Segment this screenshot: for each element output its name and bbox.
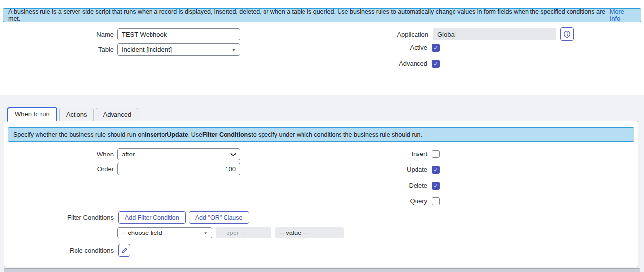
query-checkbox[interactable] [432, 197, 440, 205]
value-field[interactable]: -- value -- [275, 227, 344, 238]
advanced-checkbox[interactable] [432, 60, 440, 68]
delete-label: Delete [316, 182, 427, 190]
name-label: Name [0, 28, 114, 40]
when-select-value: after [122, 151, 135, 158]
active-label: Active [316, 44, 427, 52]
tab-actions[interactable]: Actions [59, 108, 94, 121]
chevron-down-icon [230, 149, 236, 160]
update-checkbox[interactable] [432, 166, 440, 174]
choose-field-select-value: -- choose field -- [122, 229, 168, 236]
tab-bar: When to run Actions Advanced [7, 108, 138, 122]
operator-field: -- oper -- [216, 227, 271, 238]
update-label: Update [316, 166, 427, 174]
info-icon [563, 30, 571, 38]
tab-when-to-run[interactable]: When to run [7, 107, 57, 122]
business-rule-form: A business rule is a server-side script … [0, 0, 644, 272]
when-label: When [0, 148, 114, 160]
dropdown-triangle-icon: ▼ [204, 228, 208, 238]
insert-label: Insert [316, 150, 427, 158]
banner-text: or [161, 131, 167, 138]
active-checkbox[interactable] [432, 44, 440, 52]
banner-bold-update: Update [167, 131, 188, 138]
choose-field-select[interactable]: -- choose field -- ▼ [117, 227, 212, 238]
role-conditions-label: Role conditions [0, 244, 114, 257]
application-info-button[interactable] [560, 27, 574, 41]
banner-text: . Use [188, 131, 202, 138]
banner-bold-insert: Insert [145, 131, 161, 138]
banner-text: to specify under which conditions the bu… [251, 131, 422, 138]
order-label: Order [0, 163, 114, 175]
advanced-label: Advanced [316, 60, 427, 68]
next-section-edge [4, 268, 640, 272]
dropdown-triangle-icon: ▼ [232, 44, 236, 55]
table-select[interactable]: Incident [incident] ▼ [117, 43, 240, 56]
banner-text: Specify whether the business rule should… [13, 131, 145, 138]
when-to-run-info-banner: Specify whether the business rule should… [8, 127, 634, 142]
insert-checkbox[interactable] [432, 150, 440, 158]
query-label: Query [316, 197, 427, 205]
add-or-clause-button[interactable]: Add "OR" Clause [189, 211, 249, 224]
add-filter-condition-button[interactable]: Add Filter Condition [118, 211, 186, 224]
banner-bold-filter-conditions: Filter Conditions [202, 131, 251, 138]
application-label: Application [316, 28, 428, 40]
when-select[interactable]: after [117, 148, 240, 160]
tab-advanced[interactable]: Advanced [96, 108, 138, 121]
pencil-icon [121, 247, 128, 254]
top-info-banner: A business rule is a server-side script … [3, 8, 641, 22]
application-field: Global [433, 28, 556, 40]
order-input[interactable]: 100 [117, 163, 240, 175]
table-label: Table [0, 43, 114, 56]
delete-checkbox[interactable] [432, 182, 440, 190]
filter-conditions-label: Filter Conditions [0, 211, 114, 224]
edit-role-conditions-button[interactable] [118, 244, 130, 257]
table-select-value: Incident [incident] [122, 46, 172, 53]
more-info-link[interactable]: More Info [610, 8, 636, 22]
name-input[interactable]: TEST Webhook [117, 28, 240, 40]
top-info-banner-text: A business rule is a server-side script … [8, 8, 608, 22]
